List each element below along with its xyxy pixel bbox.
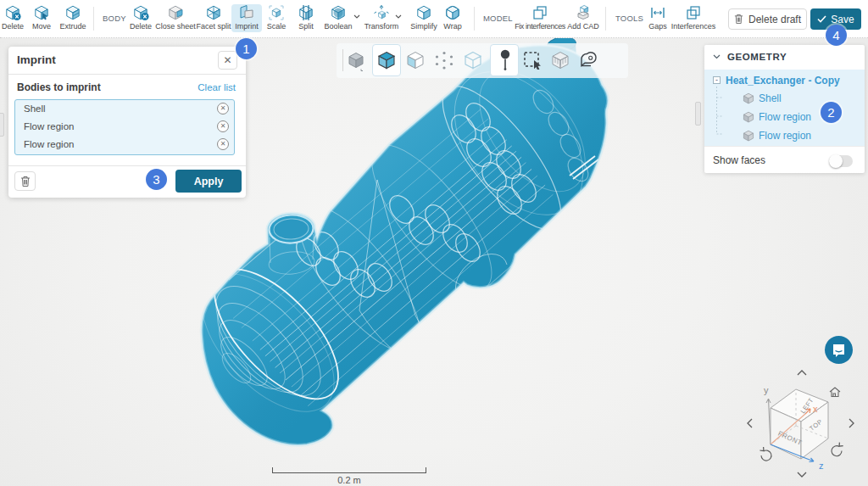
svg-text:y: y: [764, 385, 769, 395]
svg-text:z: z: [819, 461, 824, 471]
svg-text:x: x: [813, 404, 818, 414]
